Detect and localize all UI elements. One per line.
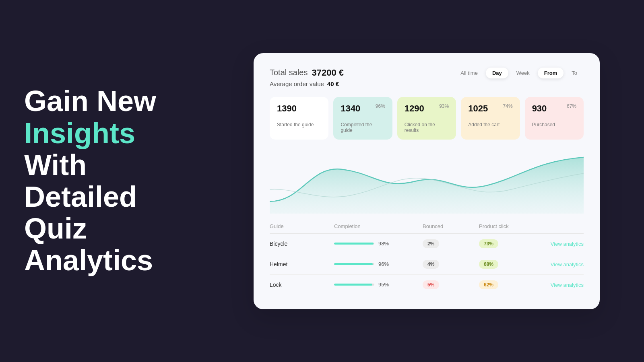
left-panel: Gain New Insights With Detailed Quiz Ana…	[0, 53, 209, 309]
stat-card-completed: 1340 96% Completed the guide	[333, 97, 392, 140]
filter-from[interactable]: From	[538, 68, 564, 78]
completion-bicycle: 98%	[334, 241, 423, 247]
dashboard-card: Total sales 37200 € Average order value …	[254, 53, 600, 309]
badge-product-lock: 62%	[479, 280, 498, 289]
headline: Gain New Insights With Detailed Quiz Ana…	[24, 85, 185, 276]
filter-all-time[interactable]: All time	[454, 68, 484, 78]
headline-line6: Analytics	[24, 244, 153, 276]
stat-cards: 1390 Started the guide 1340 96% Complete…	[270, 97, 584, 140]
stat-card-clicked: 1290 93% Clicked on the results	[397, 97, 456, 140]
table-row: Helmet 96% 4% 68% View analytics	[270, 254, 584, 275]
avg-order-value: 40 €	[327, 80, 339, 87]
total-sales-value: 37200 €	[312, 68, 344, 78]
stat-number-started: 1390	[277, 103, 297, 114]
stat-label-started: Started the guide	[277, 122, 321, 128]
stat-label-purchased: Purchased	[532, 122, 576, 128]
avg-order-label: Average order value	[270, 80, 324, 87]
stat-number-purchased: 930	[532, 103, 547, 114]
bounced-helmet: 4%	[423, 260, 479, 269]
headline-line5: Quiz	[24, 212, 87, 245]
stat-label-clicked: Clicked on the results	[405, 122, 449, 133]
table-row: Lock 95% 5% 62% View analytics	[270, 275, 584, 295]
stat-number-cart: 1025	[468, 103, 488, 114]
avg-order-row: Average order value 40 €	[270, 80, 344, 87]
filter-day[interactable]: Day	[486, 68, 508, 78]
sales-info: Total sales 37200 € Average order value …	[270, 68, 344, 87]
bar-fill-helmet	[334, 263, 373, 265]
stat-percent-purchased: 67%	[567, 103, 576, 109]
bar-track-lock	[334, 284, 374, 286]
view-link-helmet[interactable]: View analytics	[535, 261, 584, 268]
top-section: Total sales 37200 € Average order value …	[270, 68, 584, 87]
stat-card-started: 1390 Started the guide	[270, 97, 328, 140]
guide-name-helmet: Helmet	[270, 261, 334, 267]
bar-track-helmet	[334, 263, 374, 265]
right-panel: Total sales 37200 € Average order value …	[209, 37, 644, 325]
stat-percent-clicked: 93%	[439, 103, 449, 109]
view-link-lock[interactable]: View analytics	[535, 281, 584, 288]
col-completion: Completion	[334, 223, 423, 229]
stat-label-completed: Completed the guide	[341, 122, 385, 133]
filter-to[interactable]: To	[565, 68, 584, 78]
product-click-bicycle: 73%	[479, 239, 535, 248]
completion-pct-lock: 95%	[378, 282, 389, 288]
completion-pct-helmet: 96%	[378, 261, 389, 267]
filter-week[interactable]: Week	[510, 68, 536, 78]
guide-name-bicycle: Bicycle	[270, 241, 334, 247]
bar-track-bicycle	[334, 243, 374, 245]
stat-percent-cart: 74%	[503, 103, 513, 109]
stat-card-purchased: 930 67% Purchased	[525, 97, 584, 140]
badge-bounced-bicycle: 2%	[423, 239, 439, 248]
analytics-table: Guide Completion Bounced Product click B…	[270, 223, 584, 295]
guide-name-lock: Lock	[270, 282, 334, 288]
table-header: Guide Completion Bounced Product click	[270, 223, 584, 234]
stat-percent-completed: 96%	[376, 103, 385, 109]
view-link-bicycle[interactable]: View analytics	[535, 240, 584, 247]
stat-card-cart: 1025 74% Added the cart	[461, 97, 520, 140]
time-filters: All time Day Week From To	[454, 68, 584, 78]
badge-bounced-helmet: 4%	[423, 260, 439, 269]
bounced-bicycle: 2%	[423, 239, 479, 248]
stat-number-clicked: 1290	[405, 103, 424, 114]
completion-lock: 95%	[334, 282, 423, 288]
badge-product-helmet: 68%	[479, 260, 498, 269]
total-sales-row: Total sales 37200 €	[270, 68, 344, 78]
product-click-helmet: 68%	[479, 260, 535, 269]
chart-area	[270, 149, 584, 214]
bounced-lock: 5%	[423, 280, 479, 289]
total-sales-label: Total sales	[270, 68, 308, 77]
headline-line4: Detailed	[24, 181, 137, 213]
table-row: Bicycle 98% 2% 73% View analytics	[270, 234, 584, 254]
bar-fill-lock	[334, 284, 372, 286]
product-click-lock: 62%	[479, 280, 535, 289]
completion-pct-bicycle: 98%	[378, 241, 389, 247]
badge-bounced-lock: 5%	[423, 280, 439, 289]
stat-number-completed: 1340	[341, 103, 360, 114]
headline-line1: Gain New	[24, 85, 156, 117]
col-action	[535, 223, 584, 229]
bar-fill-bicycle	[334, 243, 374, 245]
col-bounced: Bounced	[423, 223, 479, 229]
headline-line2: Insights	[24, 117, 135, 149]
badge-product-bicycle: 73%	[479, 239, 498, 248]
stat-label-cart: Added the cart	[468, 122, 512, 128]
completion-helmet: 96%	[334, 261, 423, 267]
col-guide: Guide	[270, 223, 334, 229]
col-product-click: Product click	[479, 223, 535, 229]
headline-line3: With	[24, 149, 87, 181]
